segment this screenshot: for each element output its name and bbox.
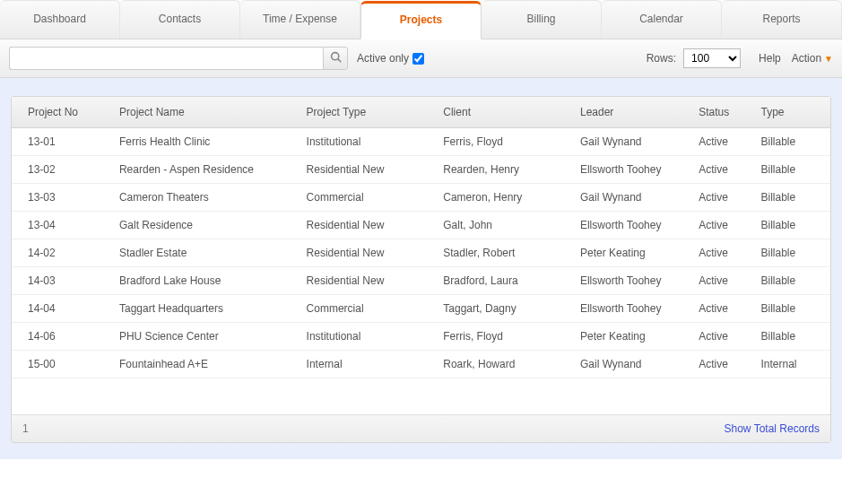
- pager: 1 Show Total Records: [12, 414, 830, 442]
- table-row[interactable]: 15-00Fountainhead A+EInternalRoark, Howa…: [12, 351, 830, 378]
- col-header[interactable]: Status: [691, 97, 753, 128]
- cell-btype: Billable: [753, 128, 830, 156]
- cell-no: 13-02: [12, 156, 112, 184]
- cell-no: 14-04: [12, 295, 112, 323]
- tab-billing[interactable]: Billing: [482, 0, 602, 39]
- cell-status: Active: [691, 212, 753, 239]
- show-total-records-link[interactable]: Show Total Records: [725, 422, 820, 435]
- cell-client: Roark, Howard: [436, 351, 573, 378]
- cell-ptype: Commercial: [299, 295, 437, 323]
- cell-ptype: Institutional: [299, 323, 437, 351]
- cell-leader: Ellsworth Toohey: [573, 212, 691, 239]
- content-area: Project NoProject NameProject TypeClient…: [0, 78, 842, 459]
- cell-btype: Billable: [753, 156, 830, 184]
- table-row[interactable]: 13-01Ferris Health ClinicInstitutionalFe…: [12, 128, 830, 156]
- col-header[interactable]: Project Type: [299, 97, 437, 128]
- table-row[interactable]: 13-03Cameron TheatersCommercialCameron, …: [12, 184, 830, 212]
- cell-client: Galt, John: [436, 212, 573, 239]
- table-row[interactable]: 14-06PHU Science CenterInstitutionalFerr…: [12, 323, 830, 351]
- cell-status: Active: [691, 351, 753, 378]
- cell-name: Rearden - Aspen Residence: [112, 156, 299, 184]
- active-only-label: Active only: [357, 52, 409, 65]
- cell-leader: Ellsworth Toohey: [573, 267, 691, 295]
- svg-point-0: [331, 53, 338, 60]
- cell-no: 14-03: [12, 267, 112, 295]
- tab-time-expense[interactable]: Time / Expense: [240, 0, 360, 39]
- action-menu[interactable]: Action ▼: [792, 52, 833, 65]
- cell-name: Bradford Lake House: [112, 267, 299, 295]
- cell-ptype: Residential New: [299, 156, 437, 184]
- help-link[interactable]: Help: [759, 52, 781, 65]
- cell-name: Galt Residence: [112, 212, 299, 239]
- col-header[interactable]: Leader: [573, 97, 691, 128]
- page-number[interactable]: 1: [22, 422, 29, 435]
- cell-status: Active: [691, 323, 753, 351]
- cell-name: Taggart Headquarters: [112, 295, 299, 323]
- cell-ptype: Institutional: [299, 128, 437, 156]
- cell-leader: Peter Keating: [573, 323, 691, 351]
- cell-btype: Billable: [753, 295, 830, 323]
- table-row[interactable]: 14-04Taggart HeadquartersCommercialTagga…: [12, 295, 830, 323]
- table-row[interactable]: 14-02Stadler EstateResidential NewStadle…: [12, 239, 830, 267]
- rows-select[interactable]: 100: [683, 48, 741, 68]
- cell-status: Active: [691, 267, 753, 295]
- cell-status: Active: [691, 239, 753, 267]
- col-header[interactable]: Project No: [12, 97, 112, 128]
- cell-btype: Billable: [753, 184, 830, 212]
- cell-name: PHU Science Center: [112, 323, 299, 351]
- projects-table: Project NoProject NameProject TypeClient…: [12, 97, 830, 378]
- search-wrap: [9, 47, 348, 70]
- cell-btype: Billable: [753, 239, 830, 267]
- col-header[interactable]: Type: [753, 97, 830, 128]
- cell-status: Active: [691, 156, 753, 184]
- cell-client: Rearden, Henry: [436, 156, 573, 184]
- search-icon: [330, 51, 342, 65]
- col-header[interactable]: Project Name: [112, 97, 299, 128]
- cell-btype: Billable: [753, 212, 830, 239]
- cell-no: 13-03: [12, 184, 112, 212]
- cell-name: Stadler Estate: [112, 239, 299, 267]
- cell-status: Active: [691, 184, 753, 212]
- cell-leader: Gail Wynand: [573, 184, 691, 212]
- cell-client: Cameron, Henry: [436, 184, 573, 212]
- cell-ptype: Internal: [299, 351, 437, 378]
- search-input[interactable]: [9, 47, 323, 70]
- rows-label: Rows:: [647, 52, 676, 65]
- cell-leader: Ellsworth Toohey: [573, 156, 691, 184]
- cell-no: 13-04: [12, 212, 112, 239]
- cell-no: 15-00: [12, 351, 112, 378]
- cell-status: Active: [691, 295, 753, 323]
- cell-name: Cameron Theaters: [112, 184, 299, 212]
- tab-calendar[interactable]: Calendar: [602, 0, 722, 39]
- cell-name: Fountainhead A+E: [112, 351, 299, 378]
- tab-projects[interactable]: Projects: [360, 1, 482, 39]
- cell-no: 14-06: [12, 323, 112, 351]
- col-header[interactable]: Client: [436, 97, 573, 128]
- tab-reports[interactable]: Reports: [722, 0, 842, 39]
- chevron-down-icon: ▼: [824, 54, 833, 64]
- table-row[interactable]: 14-03Bradford Lake HouseResidential NewB…: [12, 267, 830, 295]
- tab-contacts[interactable]: Contacts: [120, 0, 240, 39]
- tab-dashboard[interactable]: Dashboard: [0, 0, 120, 39]
- cell-ptype: Residential New: [299, 239, 437, 267]
- cell-client: Taggart, Dagny: [436, 295, 573, 323]
- cell-ptype: Residential New: [299, 267, 437, 295]
- active-only-checkbox[interactable]: [412, 53, 424, 65]
- cell-no: 13-01: [12, 128, 112, 156]
- cell-client: Stadler, Robert: [436, 239, 573, 267]
- tab-bar: DashboardContactsTime / ExpenseProjectsB…: [0, 0, 842, 39]
- cell-ptype: Commercial: [299, 184, 437, 212]
- cell-client: Ferris, Floyd: [436, 323, 573, 351]
- cell-client: Bradford, Laura: [436, 267, 573, 295]
- cell-leader: Ellsworth Toohey: [573, 295, 691, 323]
- cell-leader: Gail Wynand: [573, 351, 691, 378]
- cell-btype: Internal: [753, 351, 830, 378]
- table-row[interactable]: 13-02Rearden - Aspen ResidenceResidentia…: [12, 156, 830, 184]
- table-row[interactable]: 13-04Galt ResidenceResidential NewGalt, …: [12, 212, 830, 239]
- active-only-toggle[interactable]: Active only: [357, 52, 424, 65]
- cell-btype: Billable: [753, 323, 830, 351]
- cell-leader: Gail Wynand: [573, 128, 691, 156]
- toolbar: Active only Rows: 100 Help Action ▼: [0, 39, 842, 78]
- search-button[interactable]: [323, 47, 348, 70]
- cell-status: Active: [691, 128, 753, 156]
